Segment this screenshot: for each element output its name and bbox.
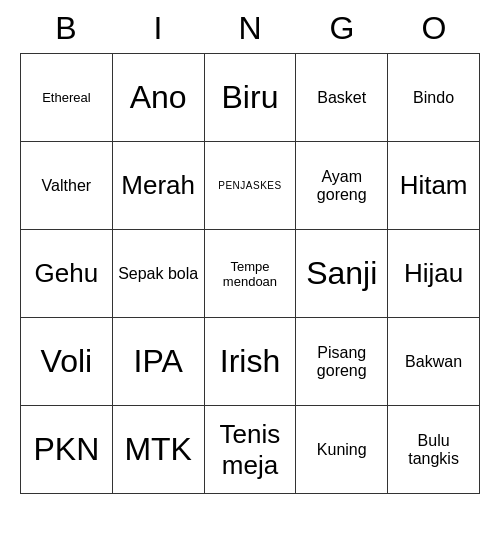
bingo-cell: Ano (112, 54, 204, 142)
bingo-cell: PKN (21, 406, 113, 494)
bingo-cell: Kuning (296, 406, 388, 494)
header-letter: B (20, 10, 112, 47)
bingo-cell: Bindo (388, 54, 480, 142)
bingo-cell: Sepak bola (112, 230, 204, 318)
header-letter: I (112, 10, 204, 47)
bingo-cell: Ethereal (21, 54, 113, 142)
bingo-cell: IPA (112, 318, 204, 406)
bingo-cell: Hijau (388, 230, 480, 318)
header-letter: N (204, 10, 296, 47)
bingo-cell: Biru (204, 54, 296, 142)
bingo-cell: Pisang goreng (296, 318, 388, 406)
bingo-cell: Tenis meja (204, 406, 296, 494)
bingo-cell: Sanji (296, 230, 388, 318)
bingo-cell: Merah (112, 142, 204, 230)
bingo-cell: Voli (21, 318, 113, 406)
header-letter: O (388, 10, 480, 47)
header-letter: G (296, 10, 388, 47)
bingo-cell: Gehu (21, 230, 113, 318)
bingo-cell: Basket (296, 54, 388, 142)
bingo-cell: Bakwan (388, 318, 480, 406)
bingo-cell: Hitam (388, 142, 480, 230)
bingo-cell: Tempe mendoan (204, 230, 296, 318)
bingo-header: BINGO (20, 0, 480, 53)
bingo-cell: Valther (21, 142, 113, 230)
bingo-cell: Bulu tangkis (388, 406, 480, 494)
bingo-cell: MTK (112, 406, 204, 494)
bingo-cell: Ayam goreng (296, 142, 388, 230)
bingo-cell: PENJASKES (204, 142, 296, 230)
bingo-grid: EtherealAnoBiruBasketBindoValtherMerahPE… (20, 53, 480, 494)
bingo-cell: Irish (204, 318, 296, 406)
